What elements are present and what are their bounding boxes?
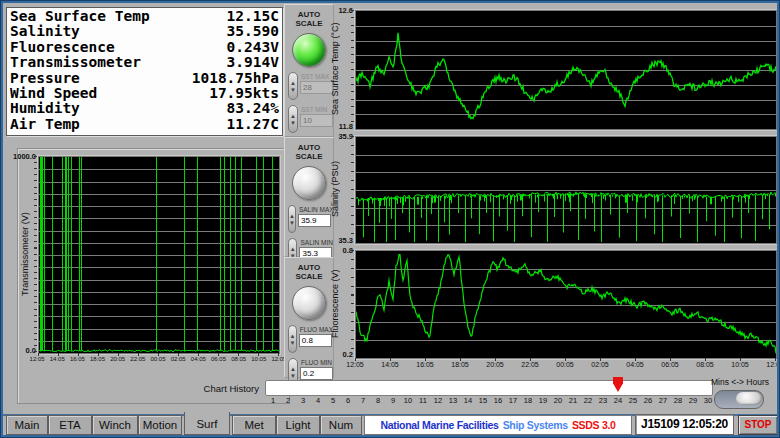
reading-row: Salinity35.590 — [10, 24, 279, 39]
salinity-autoscale-button[interactable] — [292, 166, 326, 200]
reading-value: 0.243V — [227, 40, 279, 55]
transmissometer-chart-canvas — [39, 157, 279, 353]
x-tick-label: 12:05 — [760, 361, 777, 368]
down-arrow-icon[interactable]: ▼ — [290, 87, 296, 93]
sst-y-axis-label: Sea Surface Temp (°C) — [330, 10, 342, 128]
stop-button[interactable]: STOP — [738, 415, 777, 435]
reading-value: 3.914V — [227, 55, 279, 70]
reading-value: 17.95kts — [209, 86, 279, 101]
reading-label: Salinity — [10, 24, 80, 39]
x-tick-label: 20:05 — [480, 361, 510, 368]
fluorescence-max-stepper[interactable]: ▲▼ — [288, 325, 297, 353]
x-tick-label: 18:05 — [445, 361, 475, 368]
toggle-knob-icon — [736, 392, 762, 405]
transmissometer-y-min-tick: 0.0 — [5, 346, 36, 355]
sst-min-label: SST MIN — [301, 106, 333, 113]
up-arrow-icon[interactable]: ▲ — [290, 80, 296, 86]
sst-max-field[interactable]: 28 — [300, 81, 333, 94]
chart-history-label: Chart History — [183, 383, 259, 394]
down-arrow-icon[interactable]: ▼ — [290, 373, 296, 379]
history-tick-label: 1 — [266, 396, 280, 405]
down-arrow-icon[interactable]: ▼ — [289, 340, 295, 346]
transmissometer-y-max-tick: 1000.0 — [5, 152, 36, 161]
sst-autoscale-title: AUTO SCALE — [292, 10, 326, 28]
tab-motion[interactable]: Motion — [138, 415, 182, 435]
mins-hours-toggle[interactable] — [714, 390, 764, 409]
sst-autoscale-button[interactable] — [292, 33, 326, 67]
salinity-y-max-tick: 35.9 — [325, 132, 353, 141]
sst-y-ticks — [351, 10, 354, 128]
history-tick-label: 29 — [686, 396, 700, 405]
x-tick-label: 20:05 — [108, 356, 128, 362]
sst-min-stepper[interactable]: ▲▼ — [288, 105, 298, 133]
sst-max-stepper[interactable]: ▲▼ — [288, 72, 298, 100]
history-tick-label: 20 — [551, 396, 565, 405]
fluorescence-plot — [355, 250, 777, 359]
history-tick-label: 15 — [476, 396, 490, 405]
chart-history-slider-track[interactable] — [265, 380, 713, 396]
salinity-max-stepper[interactable]: ▲▼ — [288, 205, 296, 233]
x-tick-label: 12:05 — [340, 361, 370, 368]
tab-light[interactable]: Light — [276, 415, 320, 435]
sst-max-label: SST MAX — [301, 73, 333, 80]
tab-num[interactable]: Num — [320, 415, 362, 435]
reading-row: Pressure1018.75hPa — [10, 71, 279, 86]
reading-value: 12.15C — [227, 9, 279, 24]
history-tick-label: 10 — [401, 396, 415, 405]
transmissometer-x-axis-labels: 12:0514:0516:0518:0520:0522:0500:0502:05… — [27, 356, 289, 362]
fluorescence-y-ticks — [351, 250, 354, 357]
salinity-max-label: SALIN MAX — [299, 206, 334, 213]
brand-ssds-version: SSDS 3.0 — [572, 419, 616, 431]
history-tick-label: 4 — [311, 396, 325, 405]
sst-y-max-tick: 12.6 — [325, 6, 353, 15]
salinity-max-field[interactable]: 35.9 — [298, 214, 331, 227]
x-tick-label: 12:05 — [27, 356, 47, 362]
reading-row: Air Temp11.27C — [10, 117, 279, 132]
x-tick-label: 16:05 — [67, 356, 87, 362]
down-arrow-icon[interactable]: ▼ — [289, 220, 295, 226]
reading-row: Fluorescence0.243V — [10, 40, 279, 55]
sst-y-min-tick: 11.8 — [325, 122, 353, 131]
up-arrow-icon[interactable]: ▲ — [290, 366, 296, 372]
history-tick-label: 30 — [701, 396, 715, 405]
mins-hours-label: Mins <-> Hours — [700, 377, 777, 387]
up-arrow-icon[interactable]: ▲ — [289, 333, 295, 339]
up-arrow-icon[interactable]: ▲ — [290, 246, 296, 252]
history-tick-label: 16 — [491, 396, 505, 405]
reading-label: Wind Speed — [10, 86, 97, 101]
reading-value: 1018.75hPa — [192, 71, 279, 86]
transmissometer-y-axis-label: Transmissometer (V) — [20, 156, 32, 352]
history-tick-label: 18 — [521, 396, 535, 405]
fluorescence-autoscale-button[interactable] — [292, 286, 326, 320]
salinity-y-axis-label: Salinity (PSU) — [330, 136, 342, 242]
fluorescence-max-field[interactable]: 0.8 — [299, 334, 332, 347]
sst-autoscale-panel: AUTO SCALE ▲▼ SST MAX 28 ▲▼ SST MIN 10 — [284, 4, 334, 137]
reading-label: Pressure — [10, 71, 80, 86]
reading-row: Wind Speed17.95kts — [10, 86, 279, 101]
reading-label: Air Temp — [10, 117, 80, 132]
down-arrow-icon[interactable]: ▼ — [290, 120, 296, 126]
history-tick-label: 27 — [656, 396, 670, 405]
salinity-chart-canvas — [356, 137, 776, 243]
x-tick-label: 06:05 — [208, 356, 228, 362]
x-tick-label: 16:05 — [410, 361, 440, 368]
reading-row: Transmissometer3.914V — [10, 55, 279, 70]
x-tick-label: 00:05 — [550, 361, 580, 368]
x-tick-label: 02:05 — [168, 356, 188, 362]
fluorescence-min-field[interactable]: 0.2 — [300, 367, 333, 380]
x-tick-label: 02:05 — [585, 361, 615, 368]
up-arrow-icon[interactable]: ▲ — [290, 113, 296, 119]
tab-met[interactable]: Met — [232, 415, 276, 435]
tab-main[interactable]: Main — [6, 415, 48, 435]
fluorescence-autoscale-panel: AUTO SCALE ▲▼ FLUO MAX 0.8 ▲▼ FLUO MIN 0… — [284, 257, 334, 378]
tab-eta[interactable]: ETA — [48, 415, 92, 435]
up-arrow-icon[interactable]: ▲ — [289, 213, 295, 219]
tab-winch[interactable]: Winch — [92, 415, 138, 435]
tab-surf[interactable]: Surf — [184, 412, 230, 435]
history-tick-label: 2 — [281, 396, 295, 405]
brand-ship-systems: Ship Systems — [503, 419, 568, 431]
brand-nmf: National Marine Facilities — [380, 419, 498, 431]
history-tick-label: 14 — [461, 396, 475, 405]
x-tick-label: 14:05 — [375, 361, 405, 368]
history-tick-label: 8 — [371, 396, 385, 405]
